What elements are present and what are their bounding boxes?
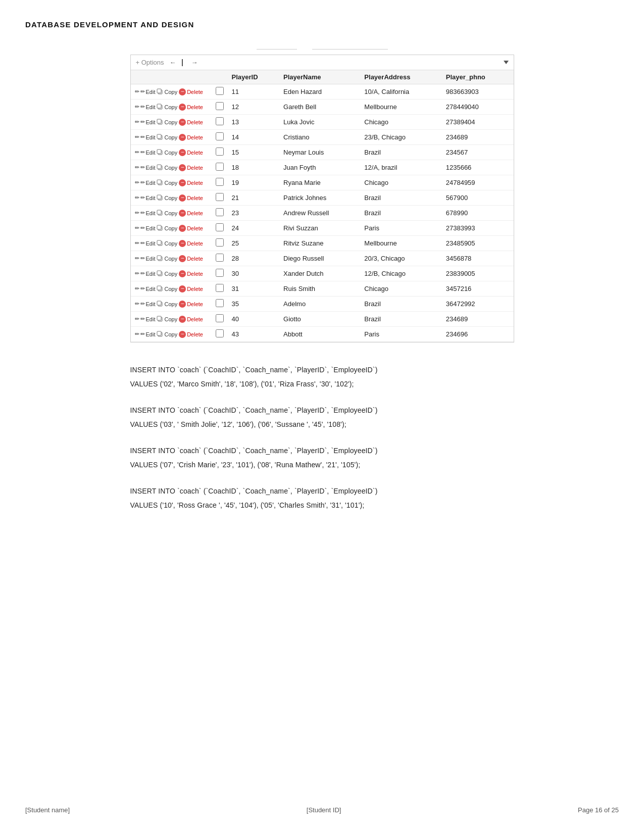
copy-button[interactable]: Copy <box>157 331 177 337</box>
edit-button[interactable]: ✏ Edit <box>135 316 156 322</box>
delete-button[interactable]: − Delete <box>179 316 203 323</box>
action-cell: ✏ Edit Copy − Delete <box>135 301 208 308</box>
copy-button[interactable]: Copy <box>157 149 177 156</box>
cell-playerid: 25 <box>228 236 280 251</box>
edit-button[interactable]: ✏ Edit <box>135 331 156 337</box>
edit-button[interactable]: ✏ Edit <box>135 255 156 262</box>
page-title: DATABASE DEVELOPMENT AND DESIGN <box>25 20 619 29</box>
action-cell: ✏ Edit Copy − Delete <box>135 104 208 111</box>
delete-button[interactable]: − Delete <box>179 270 203 277</box>
delete-button[interactable]: − Delete <box>179 285 203 292</box>
copy-button[interactable]: Copy <box>157 119 177 125</box>
edit-button[interactable]: ✏ Edit <box>135 301 156 307</box>
copy-button[interactable]: Copy <box>157 225 177 231</box>
row-checkbox[interactable] <box>216 178 224 186</box>
copy-button[interactable]: Copy <box>157 240 177 247</box>
delete-button[interactable]: − Delete <box>179 225 203 232</box>
row-checkbox[interactable] <box>216 193 224 201</box>
arrow-left-button[interactable]: ← <box>168 58 178 67</box>
delete-button[interactable]: − Delete <box>179 331 203 338</box>
player-table-container: + Options ← → PlayerID PlayerName Player… <box>130 55 514 342</box>
row-checkbox[interactable] <box>216 299 224 307</box>
cell-playeraddress: 12/B, Chicago <box>360 266 441 281</box>
edit-button[interactable]: ✏ Edit <box>135 210 156 216</box>
row-checkbox[interactable] <box>216 254 224 262</box>
pipe-button[interactable] <box>182 59 186 66</box>
edit-button[interactable]: ✏ Edit <box>135 119 156 125</box>
delete-button[interactable]: − Delete <box>179 240 203 247</box>
edit-button[interactable]: ✏ Edit <box>135 149 156 156</box>
edit-icon: ✏ <box>140 194 145 201</box>
action-cell: ✏ Edit Copy − Delete <box>135 164 208 171</box>
row-checkbox[interactable] <box>216 87 224 95</box>
copy-icon <box>157 194 163 201</box>
row-checkbox[interactable] <box>216 329 224 337</box>
edit-icon: ✏ <box>140 164 145 171</box>
edit-button[interactable]: ✏ Edit <box>135 134 156 140</box>
delete-icon: − <box>179 316 186 323</box>
copy-button[interactable]: Copy <box>157 210 177 216</box>
edit-button[interactable]: ✏ Edit <box>135 164 156 171</box>
copy-button[interactable]: Copy <box>157 255 177 262</box>
row-checkbox[interactable] <box>216 223 224 231</box>
delete-button[interactable]: − Delete <box>179 164 203 171</box>
cell-playerid: 15 <box>228 145 280 160</box>
row-checkbox[interactable] <box>216 117 224 125</box>
edit-button[interactable]: ✏ Edit <box>135 194 156 201</box>
cell-playerid: 24 <box>228 221 280 236</box>
cell-playerid: 30 <box>228 266 280 281</box>
delete-button[interactable]: − Delete <box>179 179 203 186</box>
copy-button[interactable]: Copy <box>157 104 177 110</box>
cell-playeraddress: Brazil <box>360 206 441 221</box>
edit-button[interactable]: ✏ Edit <box>135 270 156 277</box>
delete-icon: − <box>179 134 186 141</box>
edit-button[interactable]: ✏ Edit <box>135 88 156 95</box>
action-cell: ✏ Edit Copy − Delete <box>135 210 208 217</box>
edit-button[interactable]: ✏ Edit <box>135 285 156 292</box>
dividers <box>25 44 619 50</box>
svg-rect-13 <box>157 180 161 184</box>
row-checkbox[interactable] <box>216 102 224 110</box>
copy-button[interactable]: Copy <box>157 164 177 171</box>
table-row: ✏ Edit Copy − Delete 30Xander Dutch12/B,… <box>131 266 514 281</box>
edit-button[interactable]: ✏ Edit <box>135 179 156 186</box>
edit-button[interactable]: ✏ Edit <box>135 240 156 247</box>
copy-button[interactable]: Copy <box>157 134 177 140</box>
row-checkbox[interactable] <box>216 148 224 156</box>
row-checkbox[interactable] <box>216 284 224 292</box>
copy-button[interactable]: Copy <box>157 194 177 201</box>
delete-button[interactable]: − Delete <box>179 104 203 111</box>
row-checkbox[interactable] <box>216 269 224 277</box>
copy-button[interactable]: Copy <box>157 301 177 307</box>
edit-button[interactable]: ✏ Edit <box>135 225 156 231</box>
delete-button[interactable]: − Delete <box>179 119 203 126</box>
sql-line-1: INSERT INTO `coach` (`CoachID`, `Coach_n… <box>130 484 514 498</box>
cell-player_phno: 567900 <box>442 190 514 206</box>
delete-button[interactable]: − Delete <box>179 149 203 156</box>
cell-playeraddress: Brazil <box>360 297 441 312</box>
delete-button[interactable]: − Delete <box>179 255 203 262</box>
action-cell: ✏ Edit Copy − Delete <box>135 179 208 186</box>
copy-button[interactable]: Copy <box>157 88 177 95</box>
row-checkbox[interactable] <box>216 132 224 140</box>
copy-button[interactable]: Copy <box>157 270 177 277</box>
arrow-right-button[interactable]: → <box>190 58 200 67</box>
copy-button[interactable]: Copy <box>157 285 177 292</box>
delete-button[interactable]: − Delete <box>179 194 203 202</box>
copy-button[interactable]: Copy <box>157 179 177 186</box>
delete-button[interactable]: − Delete <box>179 134 203 141</box>
edit-button[interactable]: ✏ Edit <box>135 104 156 110</box>
delete-button[interactable]: − Delete <box>179 210 203 217</box>
sql-line-1: INSERT INTO `coach` (`CoachID`, `Coach_n… <box>130 444 514 458</box>
delete-button[interactable]: − Delete <box>179 301 203 308</box>
row-checkbox[interactable] <box>216 238 224 247</box>
edit-icon: ✏ <box>140 301 145 307</box>
row-checkbox[interactable] <box>216 208 224 216</box>
row-checkbox[interactable] <box>216 163 224 171</box>
cell-player_phno: 983663903 <box>442 84 514 100</box>
row-checkbox[interactable] <box>216 314 224 322</box>
delete-button[interactable]: − Delete <box>179 88 203 95</box>
copy-button[interactable]: Copy <box>157 316 177 322</box>
delete-icon: − <box>179 194 186 202</box>
cell-player_phno: 1235666 <box>442 160 514 175</box>
